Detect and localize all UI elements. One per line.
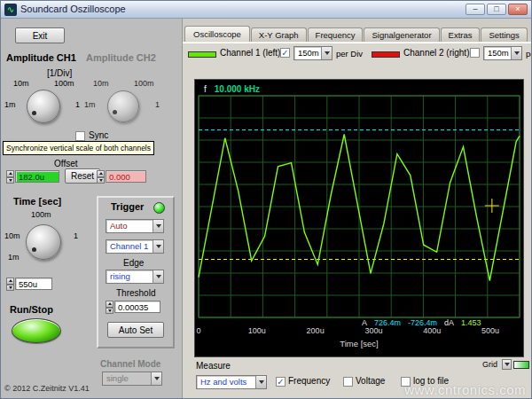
amplitude-ch1-label: Amplitude CH1: [6, 52, 76, 63]
amplitude-ch2-knob[interactable]: [107, 90, 139, 122]
knob-scale-label: 10m: [93, 79, 109, 88]
channel-2-color-swatch: [372, 51, 400, 58]
dropdown-arrow-icon: [511, 47, 521, 59]
trigger-mode-value: Auto: [106, 220, 153, 232]
channel-mode-dropdown[interactable]: single: [102, 372, 162, 386]
knob-scale-label: 1: [75, 100, 80, 109]
knob-scale-label: 1m: [84, 100, 96, 109]
knob-scale-label: 1: [74, 231, 78, 240]
offset-ch2-spinner[interactable]: [97, 170, 105, 184]
amplitude-ch1-knob-group: 10m 100m 1m 1: [4, 79, 82, 136]
dropdown-arrow-icon: [321, 47, 332, 59]
grid-label: Grid: [482, 360, 497, 369]
tab-oscilloscope[interactable]: Oscilloscope: [184, 26, 250, 42]
frequency-value: 10.000 kHz: [215, 84, 260, 94]
app-icon: ∿: [4, 4, 17, 16]
spin-down-icon: [9, 286, 12, 289]
window-controls: – □ ×: [466, 4, 528, 15]
knob-scale-label: 10m: [13, 79, 29, 88]
scope-display[interactable]: f10.000 kHz 0100u200u300u400u500uTime [s…: [194, 79, 524, 357]
amplitude-ch1-knob[interactable]: [27, 90, 60, 123]
knob-scale-label: 100m: [134, 79, 154, 88]
exit-button[interactable]: Exit: [15, 27, 65, 43]
scope-plot: 0100u200u300u400u500uTime [sec]: [195, 80, 523, 356]
close-icon: ×: [515, 4, 520, 13]
channel-2-per-div-label: per Div: [526, 49, 532, 59]
knob-scale-label: 100m: [31, 210, 51, 219]
amplitude-ch2-label: Amplitude CH2: [86, 52, 156, 63]
channel-1-color-swatch: [188, 51, 216, 58]
dropdown-arrow-icon: [503, 360, 511, 369]
da-label: dA: [444, 318, 454, 327]
time-knob[interactable]: [26, 224, 61, 260]
tab-strip: Oscilloscope X-Y Graph Frequency Signalg…: [184, 24, 528, 42]
tab-frequency[interactable]: Frequency: [308, 27, 364, 42]
tab-extras[interactable]: Extras: [441, 27, 481, 42]
run-stop-button[interactable]: [12, 318, 61, 343]
channel-1-scale-dropdown[interactable]: 150m: [293, 46, 332, 60]
threshold-label: Threshold: [116, 288, 155, 298]
time-spinner[interactable]: [6, 278, 14, 291]
tab-settings[interactable]: Settings: [481, 27, 527, 42]
x-tick-label: 500u: [481, 326, 499, 335]
trigger-source-dropdown[interactable]: Channel 1: [106, 239, 164, 254]
dropdown-arrow-icon: [255, 376, 266, 388]
channel-mode-value: single: [103, 372, 151, 385]
trigger-edge-value: rising: [106, 270, 153, 283]
tab-xy-graph[interactable]: X-Y Graph: [251, 27, 307, 42]
knob-scale-label: 100m: [54, 79, 74, 88]
channel-2-checkbox[interactable]: [470, 48, 480, 58]
threshold-spinner[interactable]: [106, 301, 113, 314]
sync-tooltip: Synchronize vertical scale of both chann…: [3, 141, 154, 155]
measure-label: Measure: [196, 361, 231, 371]
minimize-button[interactable]: –: [466, 4, 485, 15]
channel-1-label: Channel 1 (left): [220, 48, 280, 58]
a-label: A: [362, 318, 367, 327]
grid-dropdown[interactable]: [502, 359, 512, 370]
voltage-checkbox-label: Voltage: [356, 376, 385, 386]
offset-reset-button[interactable]: Reset: [65, 168, 100, 184]
threshold-field[interactable]: 0.00035: [114, 301, 160, 313]
tab-signalgenerator[interactable]: Signalgenerator: [364, 27, 439, 42]
channel-mode-label: Channel Mode: [100, 359, 160, 369]
offset-ch1-spinner[interactable]: [6, 170, 14, 184]
auto-set-button[interactable]: Auto Set: [107, 322, 164, 338]
x-axis-label: Time [sec]: [340, 339, 378, 348]
close-button[interactable]: ×: [508, 4, 528, 15]
channel-1-per-div-label: per Div: [336, 49, 363, 59]
x-tick-label: 400u: [423, 326, 441, 335]
minimize-icon: –: [473, 4, 477, 13]
amplitude-ch2-knob-group: 10m 100m 1m 1: [84, 79, 162, 136]
trigger-edge-dropdown[interactable]: rising: [106, 270, 164, 284]
display-panel: Oscilloscope X-Y Graph Frequency Signalg…: [183, 19, 532, 399]
time-label: Time [sec]: [13, 196, 61, 207]
sync-checkbox[interactable]: [75, 131, 85, 141]
maximize-icon: □: [494, 4, 498, 13]
frequency-checkbox[interactable]: ✓: [276, 377, 286, 387]
spin-up-icon: [99, 172, 103, 175]
dropdown-arrow-icon: [153, 270, 163, 283]
knob-scale-label: 1m: [4, 100, 16, 109]
channel-1-checkbox[interactable]: ✓: [280, 48, 290, 58]
trigger-title: Trigger: [111, 201, 144, 212]
x-tick-label: 300u: [364, 326, 382, 335]
channel-2-scale-value: 150m: [484, 47, 511, 59]
spin-up-icon: [108, 302, 112, 305]
measure-mode-value: Hz and volts: [197, 376, 255, 388]
channel-2-label: Channel 2 (right): [403, 48, 469, 58]
channel-1-scale-value: 150m: [294, 47, 321, 59]
offset-ch2-field[interactable]: 0.000: [106, 170, 146, 183]
sync-label: Sync: [89, 130, 108, 140]
app-window: ∿ Soundcard Oszilloscope – □ × Exit Ampl…: [0, 0, 532, 399]
offset-ch1-field[interactable]: 182.0u: [15, 170, 59, 183]
maximize-button[interactable]: □: [487, 4, 506, 15]
channel-2-scale-dropdown[interactable]: 150m: [483, 46, 522, 60]
x-tick-label: 100u: [248, 326, 266, 335]
frequency-checkbox-label: Frequency: [288, 376, 330, 386]
da-value: 1.453: [461, 318, 481, 327]
trigger-mode-dropdown[interactable]: Auto: [106, 219, 164, 233]
voltage-checkbox[interactable]: [343, 377, 353, 387]
dropdown-arrow-icon: [151, 372, 161, 385]
measure-mode-dropdown[interactable]: Hz and volts: [196, 375, 267, 389]
time-value-field[interactable]: 550u: [15, 278, 52, 290]
